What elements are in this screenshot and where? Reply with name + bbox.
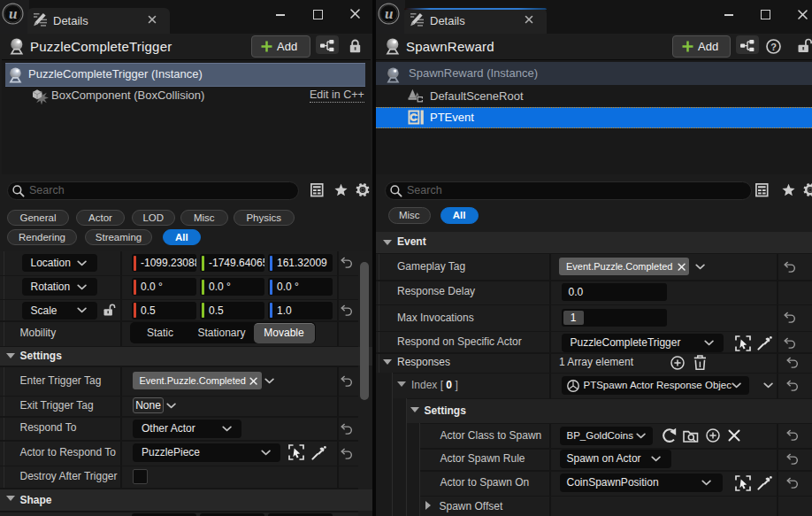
svg-text:u: u [9,5,17,22]
svg-text:?: ? [770,42,777,52]
svg-text:u: u [385,5,393,22]
